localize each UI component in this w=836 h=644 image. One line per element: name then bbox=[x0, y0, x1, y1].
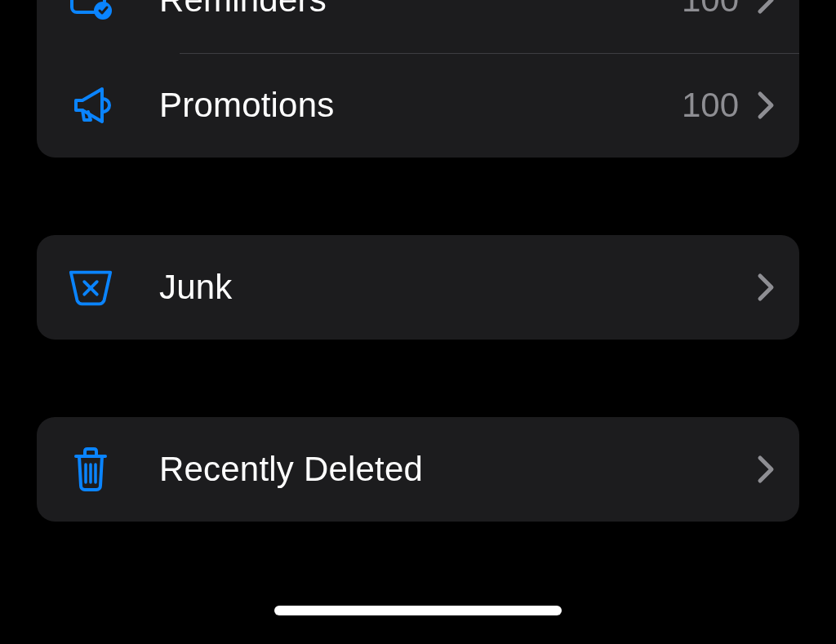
junk-icon bbox=[66, 265, 115, 309]
trash-icon bbox=[66, 445, 115, 494]
mailbox-row-reminders[interactable]: Reminders 100 bbox=[37, 0, 799, 53]
mailbox-row-junk[interactable]: Junk bbox=[37, 235, 799, 340]
chevron-right-icon bbox=[757, 91, 775, 120]
mailbox-label: Promotions bbox=[159, 86, 682, 125]
mailbox-label: Reminders bbox=[159, 0, 682, 20]
mailbox-group: Recently Deleted bbox=[37, 417, 799, 522]
mailbox-count: 100 bbox=[682, 0, 739, 20]
divider bbox=[180, 53, 799, 54]
mailbox-label: Junk bbox=[159, 268, 757, 307]
mailbox-row-promotions[interactable]: Promotions 100 bbox=[37, 53, 799, 158]
mailbox-group: Reminders 100 Promotions 100 bbox=[37, 0, 799, 158]
mailbox-label: Recently Deleted bbox=[159, 450, 757, 489]
mailbox-count: 100 bbox=[682, 86, 739, 125]
spacer bbox=[37, 158, 799, 235]
chevron-right-icon bbox=[757, 273, 775, 302]
mailbox-row-recently-deleted[interactable]: Recently Deleted bbox=[37, 417, 799, 522]
chevron-right-icon bbox=[757, 0, 775, 15]
spacer bbox=[37, 340, 799, 417]
mailboxes-screen: Reminders 100 Promotions 100 bbox=[0, 0, 836, 644]
mailbox-group: Junk bbox=[37, 235, 799, 340]
home-indicator[interactable] bbox=[274, 606, 562, 615]
chevron-right-icon bbox=[757, 455, 775, 484]
megaphone-icon bbox=[66, 81, 115, 130]
reminders-icon bbox=[66, 0, 115, 24]
